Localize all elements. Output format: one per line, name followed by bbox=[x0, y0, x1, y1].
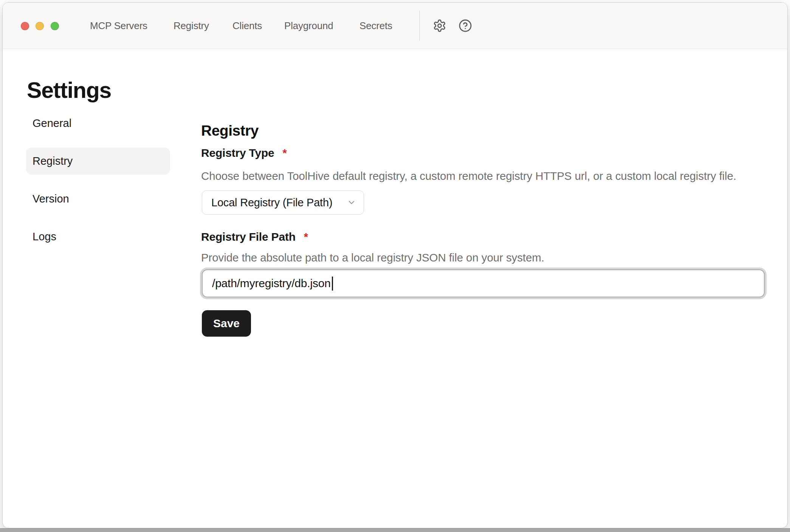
registry-type-description: Choose between ToolHive default registry… bbox=[201, 169, 736, 183]
registry-type-select[interactable]: Local Registry (File Path) bbox=[202, 190, 364, 215]
required-asterisk: * bbox=[283, 146, 287, 160]
required-asterisk: * bbox=[304, 230, 308, 244]
settings-nav-item-general[interactable]: General bbox=[26, 110, 170, 137]
nav-item-clients[interactable]: Clients bbox=[232, 19, 262, 32]
nav-divider bbox=[419, 11, 420, 40]
text-caret bbox=[332, 277, 333, 291]
page-title: Settings bbox=[27, 77, 111, 104]
nav-item-playground[interactable]: Playground bbox=[284, 19, 333, 32]
zoom-button[interactable] bbox=[51, 22, 59, 30]
settings-nav-label: Version bbox=[33, 193, 69, 205]
settings-nav-label: General bbox=[33, 117, 71, 130]
desktop-background bbox=[0, 528, 790, 532]
titlebar: MCP Servers Registry Clients Playground … bbox=[3, 3, 787, 49]
field-label-text: Registry Type bbox=[201, 146, 274, 160]
close-button[interactable] bbox=[21, 22, 29, 30]
registry-type-label: Registry Type * bbox=[201, 146, 287, 160]
chevron-down-icon bbox=[347, 198, 356, 207]
settings-nav-label: Registry bbox=[33, 155, 73, 167]
save-button[interactable]: Save bbox=[202, 310, 251, 337]
nav-item-registry[interactable]: Registry bbox=[173, 19, 209, 32]
select-value: Local Registry (File Path) bbox=[211, 196, 332, 209]
gear-icon bbox=[433, 19, 446, 32]
registry-file-path-input[interactable]: /path/myregistry/db.json bbox=[202, 269, 765, 297]
help-button[interactable] bbox=[458, 18, 473, 33]
help-circle-icon bbox=[459, 19, 472, 32]
nav-item-secrets[interactable]: Secrets bbox=[359, 19, 392, 32]
settings-nav-item-version[interactable]: Version bbox=[26, 186, 170, 212]
field-label-text: Registry File Path bbox=[201, 230, 296, 244]
registry-file-path-label: Registry File Path * bbox=[201, 230, 308, 244]
app-window: MCP Servers Registry Clients Playground … bbox=[2, 2, 788, 528]
input-value: /path/myregistry/db.json bbox=[212, 277, 331, 290]
minimize-button[interactable] bbox=[36, 22, 44, 30]
settings-button[interactable] bbox=[432, 18, 447, 33]
nav-item-mcp-servers[interactable]: MCP Servers bbox=[90, 19, 147, 32]
settings-nav-item-registry[interactable]: Registry bbox=[26, 148, 170, 175]
settings-nav-label: Logs bbox=[33, 230, 56, 243]
section-heading: Registry bbox=[201, 122, 259, 140]
settings-nav-item-logs[interactable]: Logs bbox=[26, 223, 170, 250]
registry-file-path-description: Provide the absolute path to a local reg… bbox=[201, 251, 544, 265]
